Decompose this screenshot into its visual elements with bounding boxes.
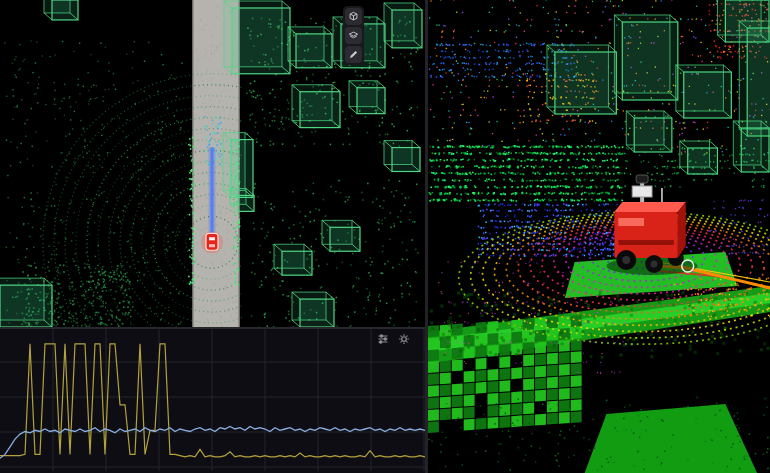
panel-3d-perspective[interactable] — [428, 0, 770, 473]
plot-settings-button[interactable] — [376, 332, 390, 346]
plot-controls — [376, 332, 411, 346]
left-column — [0, 0, 425, 473]
gear-icon — [398, 333, 410, 345]
plot-gear-button[interactable] — [397, 332, 411, 346]
app-root — [0, 0, 770, 473]
layers-button[interactable] — [345, 27, 362, 44]
sliders-icon — [377, 333, 389, 345]
camera-view-button[interactable] — [345, 8, 362, 25]
panel-plot[interactable] — [0, 329, 425, 473]
topdown-toolbar — [343, 6, 364, 65]
layers-icon — [348, 30, 359, 41]
cube-icon — [348, 11, 359, 22]
edit-button[interactable] — [345, 46, 362, 63]
panel-3d-topdown[interactable] — [0, 0, 425, 329]
perspective-canvas[interactable] — [428, 0, 770, 473]
pencil-icon — [348, 49, 359, 60]
plot-canvas[interactable] — [0, 329, 425, 471]
